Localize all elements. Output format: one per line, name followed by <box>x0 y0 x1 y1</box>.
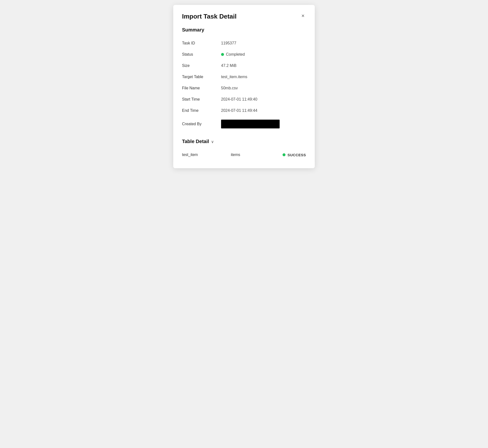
end-time-value: 2024-07-01 11:49:44 <box>221 108 306 113</box>
file-name-label: File Name <box>182 86 221 90</box>
table-status-dot-icon <box>283 153 285 156</box>
target-table-value: test_item.items <box>221 75 306 79</box>
chevron-down-icon: ∨ <box>211 139 214 144</box>
file-name-value: 50mb.csv <box>221 86 306 90</box>
target-table-row: Target Table test_item.items <box>182 71 306 83</box>
table-detail-header[interactable]: Table Detail ∨ <box>182 139 306 144</box>
modal-header: Import Task Detail × <box>182 13 306 20</box>
end-time-row: End Time 2024-07-01 11:49:44 <box>182 105 306 116</box>
table-detail-row: test_item items SUCCESS <box>182 150 306 159</box>
task-id-value: 1195377 <box>221 41 306 45</box>
size-label: Size <box>182 63 221 68</box>
import-task-detail-modal: Import Task Detail × Summary Task ID 119… <box>173 5 315 168</box>
table-status-value: SUCCESS <box>287 153 306 157</box>
task-id-row: Task ID 1195377 <box>182 38 306 49</box>
summary-section-title: Summary <box>182 27 306 33</box>
status-value: Completed <box>226 52 245 57</box>
created-by-label: Created By <box>182 122 221 126</box>
table-detail-col2: items <box>231 153 283 157</box>
start-time-row: Start Time 2024-07-01 11:49:40 <box>182 94 306 105</box>
status-indicator: Completed <box>221 52 245 57</box>
start-time-label: Start Time <box>182 97 221 102</box>
created-by-redacted <box>221 120 280 128</box>
table-detail-title: Table Detail <box>182 139 209 144</box>
created-by-row: Created By <box>182 116 306 132</box>
table-detail-col1: test_item <box>182 153 231 157</box>
size-value: 47.2 MiB <box>221 63 306 68</box>
task-id-label: Task ID <box>182 41 221 45</box>
status-label: Status <box>182 52 221 57</box>
target-table-label: Target Table <box>182 75 221 79</box>
status-dot-icon <box>221 53 224 56</box>
summary-section: Summary Task ID 1195377 Status Completed… <box>182 27 306 132</box>
close-button[interactable]: × <box>300 13 306 19</box>
table-detail-status: SUCCESS <box>283 153 306 157</box>
modal-title: Import Task Detail <box>182 13 236 20</box>
table-detail-section: Table Detail ∨ test_item items SUCCESS <box>182 139 306 159</box>
size-row: Size 47.2 MiB <box>182 60 306 71</box>
end-time-label: End Time <box>182 108 221 113</box>
status-row: Status Completed <box>182 49 306 60</box>
file-name-row: File Name 50mb.csv <box>182 83 306 94</box>
start-time-value: 2024-07-01 11:49:40 <box>221 97 306 102</box>
